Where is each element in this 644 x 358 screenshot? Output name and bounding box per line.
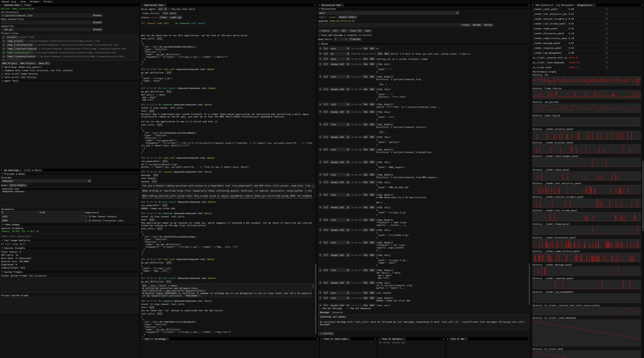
- clear-button[interactable]: Clear: [159, 16, 168, 19]
- close-icon[interactable]: ✕: [348, 338, 349, 340]
- menu-item-manual-slop[interactable]: manual slop: [2, 0, 16, 3]
- collapse-icon[interactable]: ▼: [378, 338, 380, 340]
- project-prompt-textarea[interactable]: [1, 297, 138, 313]
- entry-del-button[interactable]: Del: [370, 254, 375, 256]
- perf-checkbox[interactable]: [606, 61, 608, 64]
- roles-header[interactable]: ▶ Roles: [318, 42, 530, 45]
- close-icon[interactable]: ✕: [20, 169, 21, 172]
- entry-role-select[interactable]: Tool▼: [330, 103, 350, 106]
- tab-log-management[interactable]: Log Management: [554, 4, 576, 6]
- menu-item-project[interactable]: Project: [44, 0, 53, 3]
- collapse-icon[interactable]: ▼: [140, 338, 143, 340]
- output-dir-input[interactable]: ./md_gen: [1, 28, 91, 31]
- discussions-header[interactable]: ▼ Discussions: [318, 7, 530, 10]
- tab-theme[interactable]: Theme: [23, 4, 32, 6]
- remove-project-icon[interactable]: x: [2, 47, 5, 50]
- entry-del-button[interactable]: Del: [370, 241, 375, 244]
- pop-out-tool-calls-checkbox[interactable]: [168, 8, 170, 10]
- checkbox[interactable]: [1, 76, 4, 78]
- menu-item-windows[interactable]: Windows: [30, 0, 39, 3]
- entry-add-button[interactable]: +: [319, 161, 322, 164]
- create-button[interactable]: Create: [460, 23, 471, 26]
- fetch-models-button[interactable]: Fetch Models: [9, 184, 27, 187]
- entry-role-select[interactable]: Tool▼: [330, 173, 350, 176]
- stepper-input[interactable]: 8000: [1, 219, 83, 222]
- entry-del-button[interactable]: Del: [370, 193, 375, 196]
- window-close-icon[interactable]: ✕: [443, 338, 444, 340]
- keep-pairs-input[interactable]: 2: [334, 38, 340, 41]
- entry-role-select[interactable]: Vendor API▼: [330, 110, 350, 113]
- diagnostics-scrollbar[interactable]: [642, 7, 644, 358]
- entry-role-select[interactable]: Tool▼: [330, 123, 350, 126]
- entry-add-button[interactable]: +: [319, 297, 322, 299]
- -all-button[interactable]: +All: [340, 29, 348, 32]
- entry-del-button[interactable]: Del: [370, 228, 375, 231]
- token-budget-header[interactable]: ▼ Token Budget: [1, 223, 138, 226]
- expand-button[interactable]: [+]: [162, 204, 168, 207]
- entry-add-button[interactable]: +: [319, 173, 322, 176]
- save-all-button[interactable]: Save All: [38, 62, 51, 65]
- tab-tier1[interactable]: Tier 1: Strategy✕: [143, 338, 169, 340]
- global-prompt-textarea[interactable]: [1, 277, 138, 293]
- entry-expand-button[interactable]: [+]: [323, 228, 328, 231]
- collapse-icon[interactable]: ▼: [531, 4, 534, 6]
- slider-grab[interactable]: [2, 211, 4, 214]
- entry-add-button[interactable]: +: [319, 57, 322, 60]
- entry-add-button[interactable]: +: [319, 88, 322, 91]
- perf-checkbox[interactable]: [606, 17, 608, 20]
- project-chip[interactable]: temp_livetoolssim *: [6, 51, 34, 54]
- expand-button[interactable]: [+]: [149, 306, 154, 309]
- tab-tier3[interactable]: Tier 3: Workers✕: [380, 338, 406, 340]
- tab-response[interactable]: Response: [331, 311, 345, 314]
- -entry-button[interactable]: + Entry: [318, 29, 330, 32]
- entry-expand-button[interactable]: [+]: [323, 63, 328, 65]
- entry-ins-button[interactable]: Ins: [363, 193, 368, 196]
- project-chip[interactable]: temp_liveaisettingssim: [6, 47, 38, 50]
- menu-item-view[interactable]: View: [20, 0, 26, 3]
- session-insights-header[interactable]: ▼ Session Insights: [1, 246, 138, 249]
- entry-expand-button[interactable]: [+]: [323, 206, 328, 209]
- checkbox[interactable]: [1, 66, 4, 68]
- entry-role-select[interactable]: AI▼: [330, 52, 350, 55]
- expand-button[interactable]: [+]: [157, 227, 162, 230]
- entry-expand-button[interactable]: [+]: [323, 75, 328, 78]
- entry-ins-button[interactable]: Ins: [363, 123, 368, 126]
- tab-tier2[interactable]: Tier 2: Tech Lead✕: [323, 338, 350, 340]
- expand-button[interactable]: [+]: [166, 71, 172, 74]
- tab-context-hub[interactable]: Context Hub✕: [3, 4, 22, 6]
- entry-expand-button[interactable]: [+]: [323, 161, 328, 164]
- entry-role-select[interactable]: Tool▼: [330, 269, 350, 272]
- entry-del-button[interactable]: Del: [370, 123, 375, 126]
- expand-button[interactable]: [+]: [157, 123, 162, 126]
- entry-role-select[interactable]: Tool▼: [330, 241, 350, 244]
- log-framed-box[interactable]: def __init__(self) -> None: # Initialize…: [141, 284, 314, 297]
- -all-button[interactable]: -All: [331, 29, 339, 32]
- window-close-icon[interactable]: ✕: [528, 4, 530, 6]
- expand-button[interactable]: [+]: [149, 218, 154, 221]
- entry-ins-button[interactable]: Ins: [363, 75, 368, 78]
- entry-del-button[interactable]: Del: [370, 173, 375, 176]
- load-log-button[interactable]: Load Log: [169, 16, 182, 19]
- entry-role-select[interactable]: User▼: [330, 291, 350, 294]
- close-icon[interactable]: ✕: [166, 338, 168, 340]
- entry-expand-button[interactable]: [+]: [323, 110, 328, 113]
- entry-role-select[interactable]: Vendor API▼: [330, 206, 350, 209]
- checkbox[interactable]: [1, 73, 4, 75]
- entry-role-select[interactable]: Vendor API▼: [330, 88, 350, 91]
- provider-select[interactable]: deepseek▼: [1, 179, 91, 182]
- git-browse-button[interactable]: Browse: [92, 14, 103, 17]
- entry-del-button[interactable]: Del: [370, 136, 375, 138]
- entry-add-button[interactable]: +: [319, 75, 322, 78]
- project-chip[interactable]: temp_liveexecutionsim: [6, 55, 36, 58]
- temperature-slider[interactable]: 0.00: [1, 211, 83, 214]
- tab-message[interactable]: Message: [318, 311, 330, 314]
- entry-ins-button[interactable]: Ins: [363, 181, 368, 183]
- window-close-icon[interactable]: ✕: [528, 338, 530, 340]
- entry-add-button[interactable]: +: [319, 218, 322, 221]
- close-icon[interactable]: ✕: [465, 338, 466, 340]
- project-chip[interactable]: temp_project: [6, 39, 24, 42]
- entry-del-button[interactable]: Del: [370, 161, 375, 164]
- stepper-minus-button[interactable]: -: [84, 215, 88, 218]
- entry-del-button[interactable]: Del: [370, 291, 375, 294]
- entry-expand-button[interactable]: [+]: [323, 254, 328, 256]
